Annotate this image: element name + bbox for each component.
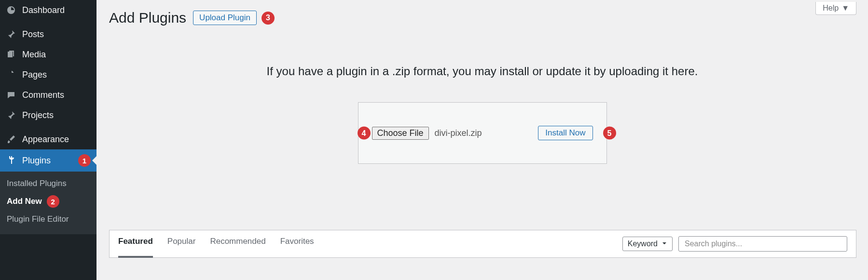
sidebar-submenu-plugins: Installed Plugins Add New 2 Plugin File … [0, 172, 96, 234]
page-icon [6, 69, 16, 80]
upload-form: 4 Choose File divi-pixel.zip Install Now… [358, 102, 607, 164]
pin-icon [6, 29, 16, 40]
sidebar-item-dashboard[interactable]: Dashboard [0, 0, 96, 20]
chevron-down-icon: ▼ [841, 4, 849, 13]
file-input-group: Choose File divi-pixel.zip [372, 127, 482, 140]
media-icon [6, 49, 16, 60]
page-header: Add Plugins Upload Plugin 3 [96, 0, 868, 26]
sidebar-item-plugins[interactable]: Plugins 1 [0, 149, 96, 172]
submenu-item-label: Installed Plugins [7, 179, 67, 188]
sidebar-item-label: Dashboard [22, 5, 91, 15]
search-plugins-input[interactable] [678, 236, 847, 252]
search-type-select[interactable]: Keyword [622, 237, 673, 251]
sidebar-item-posts[interactable]: Posts [0, 24, 96, 44]
search-type-label: Keyword [628, 240, 658, 248]
pin-icon [6, 110, 16, 120]
sidebar-item-label: Posts [22, 29, 91, 40]
selected-file-name: divi-pixel.zip [435, 128, 482, 138]
upload-plugin-button[interactable]: Upload Plugin [193, 11, 257, 25]
annotation-badge-2: 2 [47, 195, 59, 208]
submenu-installed-plugins[interactable]: Installed Plugins [0, 175, 96, 192]
help-tab[interactable]: Help ▼ [815, 2, 856, 15]
annotation-badge-4: 4 [358, 127, 371, 140]
tab-favorites[interactable]: Favorites [280, 237, 314, 251]
sidebar-item-media[interactable]: Media [0, 44, 96, 65]
sidebar-item-label: Media [22, 50, 91, 60]
sidebar-item-label: Comments [22, 90, 91, 100]
dashboard-icon [6, 5, 16, 15]
submenu-add-new[interactable]: Add New 2 [0, 192, 96, 211]
annotation-badge-3: 3 [262, 12, 275, 25]
submenu-item-label: Add New [7, 197, 42, 206]
annotation-badge-5: 5 [603, 127, 616, 140]
sidebar-item-appearance[interactable]: Appearance [0, 129, 96, 149]
plugin-icon [6, 155, 16, 166]
comment-icon [6, 90, 16, 100]
sidebar-item-comments[interactable]: Comments [0, 85, 96, 105]
sidebar-item-pages[interactable]: Pages [0, 65, 96, 85]
upload-area: If you have a plugin in a .zip format, y… [96, 65, 868, 164]
sidebar-item-label: Plugins [22, 156, 72, 166]
filter-right: Keyword [622, 236, 847, 252]
content-area: Help ▼ Add Plugins Upload Plugin 3 If yo… [96, 0, 868, 280]
sidebar-item-label: Appearance [22, 134, 91, 145]
install-now-button[interactable]: Install Now [538, 126, 592, 140]
tab-featured[interactable]: Featured [118, 237, 153, 258]
sidebar-item-label: Pages [22, 70, 91, 80]
choose-file-button[interactable]: Choose File [372, 127, 429, 140]
filter-tabs: Featured Popular Recommended Favorites [118, 237, 314, 251]
admin-sidebar: Dashboard Posts Media Pages Comments Pro… [0, 0, 96, 280]
annotation-badge-1: 1 [78, 154, 91, 167]
sidebar-item-projects[interactable]: Projects [0, 105, 96, 125]
upload-instructions: If you have a plugin in a .zip format, y… [96, 65, 868, 78]
tab-popular[interactable]: Popular [167, 237, 196, 251]
plugin-filter-bar: Featured Popular Recommended Favorites K… [109, 230, 856, 258]
help-label: Help [823, 4, 839, 13]
chevron-down-icon [661, 240, 667, 248]
tab-recommended[interactable]: Recommended [210, 237, 265, 251]
submenu-item-label: Plugin File Editor [7, 214, 69, 224]
sidebar-item-label: Projects [22, 110, 91, 120]
submenu-plugin-file-editor[interactable]: Plugin File Editor [0, 211, 96, 227]
brush-icon [6, 134, 16, 145]
page-title: Add Plugins [109, 10, 186, 26]
